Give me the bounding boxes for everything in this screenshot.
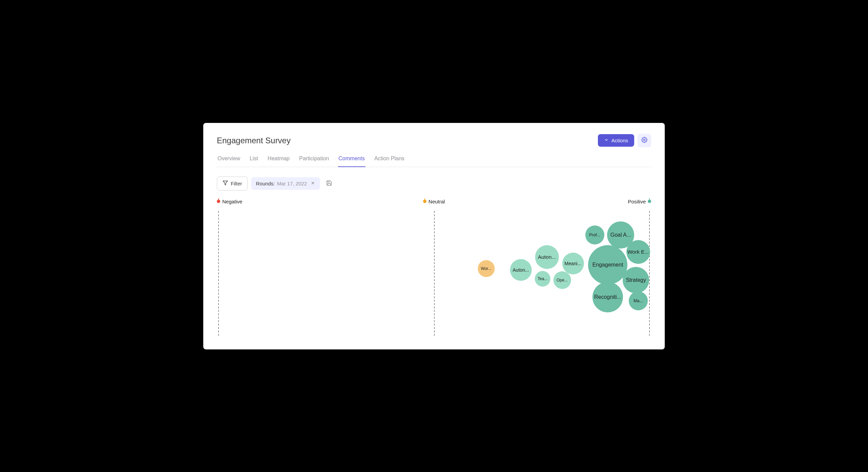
page-title: Engagement Survey (217, 136, 290, 145)
filter-button[interactable]: Filter (217, 177, 248, 190)
negative-dot-icon (217, 200, 220, 203)
positive-dot-icon (648, 200, 651, 203)
axis-label-negative: Negative (217, 199, 242, 204)
bubble-8[interactable]: Engagement (588, 245, 627, 285)
bubble-0[interactable]: Wor... (478, 260, 495, 277)
filter-chip-label: Rounds: (256, 181, 275, 186)
tabs: OverviewListHeatmapParticipationComments… (217, 153, 651, 167)
tab-comments[interactable]: Comments (338, 153, 365, 167)
header: Engagement Survey Actions (217, 134, 651, 147)
filter-label: Filter (231, 181, 242, 186)
bubble-2[interactable]: Auton... (535, 245, 559, 269)
axis-label-neutral: Neutral (423, 199, 445, 204)
bubble-5[interactable]: Meani... (562, 253, 584, 274)
settings-button[interactable] (638, 134, 651, 147)
neutral-dot-icon (423, 200, 427, 203)
filter-chip-rounds[interactable]: Rounds: Mar 17, 2022 (251, 177, 320, 190)
tab-list[interactable]: List (249, 153, 259, 167)
actions-button[interactable]: Actions (598, 134, 634, 147)
save-icon (326, 182, 332, 187)
bubble-4[interactable]: Ope... (553, 271, 571, 289)
sentiment-bubble-chart: Wor...Auton...Auton...Tea...Ope...Meani.… (217, 207, 651, 336)
bubble-6[interactable]: Prof... (585, 225, 604, 244)
bubble-12[interactable]: Ma... (629, 291, 648, 310)
tab-action-plans[interactable]: Action Plans (374, 153, 405, 167)
actions-label: Actions (611, 138, 628, 143)
axis-label-positive: Positive (628, 199, 651, 204)
bubble-10[interactable]: Strategy (623, 267, 649, 293)
bubble-1[interactable]: Auton... (510, 259, 532, 281)
header-actions: Actions (598, 134, 651, 147)
filter-chip-value: Mar 17, 2022 (277, 181, 307, 186)
axis-labels: Negative Neutral Positive (217, 199, 651, 205)
svg-marker-1 (223, 181, 227, 185)
bubble-9[interactable]: Work E... (626, 240, 650, 264)
bubble-3[interactable]: Tea... (535, 271, 550, 287)
bubble-11[interactable]: Recogniti... (592, 282, 623, 312)
survey-card: Engagement Survey Actions OverviewListHe… (203, 123, 665, 349)
filter-row: Filter Rounds: Mar 17, 2022 (217, 177, 651, 190)
bubbles-container: Wor...Auton...Auton...Tea...Ope...Meani.… (217, 207, 651, 336)
save-filter-button[interactable] (323, 177, 335, 190)
close-icon[interactable] (310, 181, 315, 186)
gear-icon (641, 137, 647, 144)
svg-point-0 (644, 139, 645, 141)
tab-heatmap[interactable]: Heatmap (267, 153, 290, 167)
tab-overview[interactable]: Overview (217, 153, 241, 167)
filter-icon (223, 180, 228, 187)
tab-participation[interactable]: Participation (299, 153, 330, 167)
chevron-down-icon (604, 138, 609, 143)
